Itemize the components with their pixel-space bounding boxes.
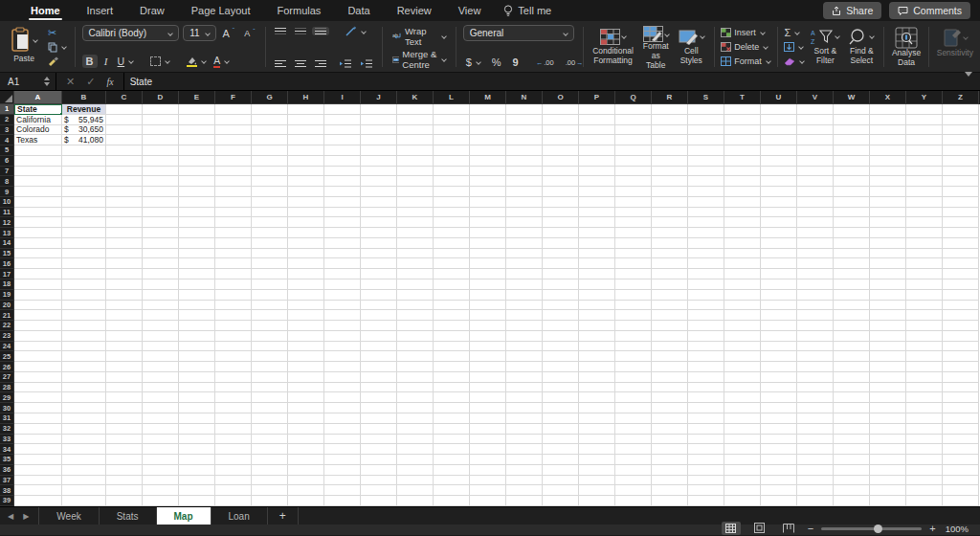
sensitivity-button[interactable]: Sensitivity [934,24,976,70]
cell-Q29[interactable] [615,392,652,403]
cell-E20[interactable] [179,301,215,311]
cell-M10[interactable] [470,197,506,208]
cell-P16[interactable] [579,258,615,269]
cell-W10[interactable] [834,197,870,208]
cell-F25[interactable] [215,351,252,362]
cell-D32[interactable] [143,424,179,435]
cell-A8[interactable] [14,176,62,187]
cell-P18[interactable] [579,279,615,290]
cell-M12[interactable] [470,217,506,228]
cell-B32[interactable] [62,424,106,435]
cell-B15[interactable] [62,249,106,259]
sheet-tab-loan[interactable]: Loan [212,507,268,525]
cell-B18[interactable] [62,279,106,290]
cell-Q26[interactable] [615,362,652,372]
cell-T8[interactable] [724,176,761,187]
cell-X10[interactable] [870,197,906,208]
cell-S17[interactable] [688,269,724,279]
cell-L2[interactable] [434,115,470,125]
cell-N17[interactable] [506,269,543,279]
column-header-S[interactable]: S [688,91,724,104]
cell-I27[interactable] [324,372,361,383]
cell-Q11[interactable] [615,208,652,218]
cell-U36[interactable] [761,465,797,476]
cell-B3[interactable]: $30,650 [62,125,106,136]
cell-K38[interactable] [397,485,434,496]
cell-Y8[interactable] [906,176,943,187]
cell-E30[interactable] [179,403,215,413]
cell-M25[interactable] [470,351,506,362]
cell-G17[interactable] [252,269,288,279]
cell-K30[interactable] [397,403,434,413]
cell-R6[interactable] [652,156,688,167]
cell-A31[interactable] [14,413,62,424]
cell-H25[interactable] [288,351,324,362]
cell-V19[interactable] [797,290,834,301]
cell-M36[interactable] [470,465,506,476]
cell-E25[interactable] [179,351,215,362]
cell-W19[interactable] [834,290,870,301]
cell-G32[interactable] [252,424,288,435]
cell-S12[interactable] [688,217,724,228]
cell-Y24[interactable] [906,342,943,352]
cell-N29[interactable] [506,392,543,403]
cell-F20[interactable] [215,301,252,311]
cell-E6[interactable] [179,156,215,167]
cell-X29[interactable] [870,392,906,403]
cell-E32[interactable] [179,424,215,435]
cell-H36[interactable] [288,465,324,476]
cell-Q39[interactable] [615,496,652,506]
cell-J21[interactable] [361,310,397,321]
cell-O13[interactable] [543,228,579,238]
cell-R23[interactable] [652,331,688,342]
cell-E19[interactable] [179,290,215,301]
cell-W38[interactable] [834,485,870,496]
cell-Q5[interactable] [615,145,652,156]
cell-P38[interactable] [579,485,615,496]
cell-T36[interactable] [724,465,761,476]
cell-P14[interactable] [579,238,615,249]
cell-Q16[interactable] [615,258,652,269]
cell-E15[interactable] [179,249,215,259]
cell-T26[interactable] [724,362,761,372]
cell-L19[interactable] [434,290,470,301]
row-header-36[interactable]: 36 [0,465,14,476]
cell-N11[interactable] [506,208,543,218]
cell-Q15[interactable] [615,249,652,259]
cell-D12[interactable] [143,217,179,228]
cell-C25[interactable] [106,351,143,362]
cell-P13[interactable] [579,228,615,238]
cell-L10[interactable] [434,197,470,208]
cell-I16[interactable] [324,258,361,269]
cell-F3[interactable] [215,125,252,136]
cell-J23[interactable] [361,331,397,342]
align-center-button[interactable] [292,59,309,68]
cell-M39[interactable] [470,496,506,506]
cell-K6[interactable] [397,156,434,167]
cell-W32[interactable] [834,424,870,435]
cell-U8[interactable] [761,176,797,187]
cell-C39[interactable] [106,496,143,506]
cell-J15[interactable] [361,249,397,259]
row-header-31[interactable]: 31 [0,413,14,424]
cell-M24[interactable] [470,342,506,352]
cell-C35[interactable] [106,455,143,465]
cell-W14[interactable] [834,238,870,249]
cell-P10[interactable] [579,197,615,208]
cell-A9[interactable] [14,187,62,197]
cell-V3[interactable] [797,125,834,136]
cell-I15[interactable] [324,249,361,259]
cell-G14[interactable] [252,238,288,249]
menu-item-home[interactable]: Home [17,0,74,21]
row-header-15[interactable]: 15 [0,249,14,259]
cell-E18[interactable] [179,279,215,290]
cell-J31[interactable] [361,413,397,424]
cell-K36[interactable] [397,465,434,476]
cell-C38[interactable] [106,485,143,496]
tell-me[interactable]: Tell me [503,5,551,17]
cell-N39[interactable] [506,496,543,506]
cell-M17[interactable] [470,269,506,279]
cell-N8[interactable] [506,176,543,187]
paste-button[interactable]: Paste [8,25,40,69]
cell-M32[interactable] [470,424,506,435]
